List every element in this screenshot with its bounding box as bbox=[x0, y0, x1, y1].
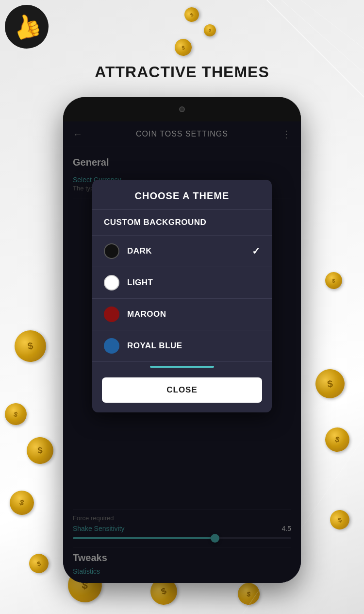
theme-option-maroon[interactable]: MAROON bbox=[92, 299, 272, 330]
decorative-coin bbox=[12, 328, 49, 364]
dialog-title: CHOOSE A THEME bbox=[92, 180, 272, 209]
svg-line-0 bbox=[267, 0, 364, 97]
custom-background-option[interactable]: CUSTOM BACKGROUND bbox=[92, 210, 272, 236]
scroll-indicator bbox=[150, 366, 214, 368]
royal-blue-label: ROYAL BLUE bbox=[127, 341, 260, 351]
thumbs-up-icon: 👍 bbox=[8, 9, 45, 44]
decorative-coin bbox=[323, 425, 351, 454]
maroon-color-circle bbox=[104, 307, 119, 322]
phone-screen: ← COIN TOSS SETTINGS ⋮ General Select Cu… bbox=[63, 121, 301, 583]
light-color-circle bbox=[104, 275, 119, 290]
close-button[interactable]: CLOSE bbox=[102, 377, 262, 403]
decorative-coin bbox=[2, 401, 29, 427]
dark-label: DARK bbox=[127, 246, 244, 256]
svg-line-1 bbox=[281, 0, 364, 73]
theme-dialog-overlay: CHOOSE A THEME CUSTOM BACKGROUND DARK ✓ … bbox=[63, 121, 301, 583]
decorative-coin bbox=[26, 436, 55, 465]
decorative-coin bbox=[173, 37, 193, 57]
page-title: ATTRACTIVE THEMES bbox=[0, 63, 364, 81]
light-label: LIGHT bbox=[127, 278, 260, 288]
decorative-coin bbox=[6, 487, 37, 518]
svg-line-2 bbox=[301, 0, 364, 49]
royal-blue-color-circle bbox=[104, 338, 119, 354]
scroll-indicator-container bbox=[92, 362, 272, 370]
phone-notch bbox=[63, 97, 301, 121]
maroon-label: MAROON bbox=[127, 309, 260, 319]
custom-bg-label: CUSTOM BACKGROUND bbox=[104, 218, 206, 227]
selected-checkmark: ✓ bbox=[252, 245, 260, 257]
decorative-coin bbox=[236, 581, 261, 606]
dark-color-circle bbox=[104, 243, 119, 259]
decorative-coin bbox=[27, 552, 51, 576]
decorative-coin bbox=[324, 271, 344, 290]
phone-frame: ← COIN TOSS SETTINGS ⋮ General Select Cu… bbox=[63, 97, 301, 583]
theme-option-royal-blue[interactable]: ROYAL BLUE bbox=[92, 330, 272, 362]
decorative-coin bbox=[328, 508, 352, 532]
app-icon: 👍 bbox=[5, 5, 49, 49]
decorative-coin bbox=[314, 367, 347, 400]
theme-option-dark[interactable]: DARK ✓ bbox=[92, 236, 272, 267]
theme-dialog: CHOOSE A THEME CUSTOM BACKGROUND DARK ✓ … bbox=[92, 180, 272, 412]
decorative-coin bbox=[182, 5, 202, 25]
theme-option-light[interactable]: LIGHT bbox=[92, 267, 272, 299]
decorative-coin bbox=[202, 22, 217, 38]
phone-camera bbox=[179, 106, 185, 112]
